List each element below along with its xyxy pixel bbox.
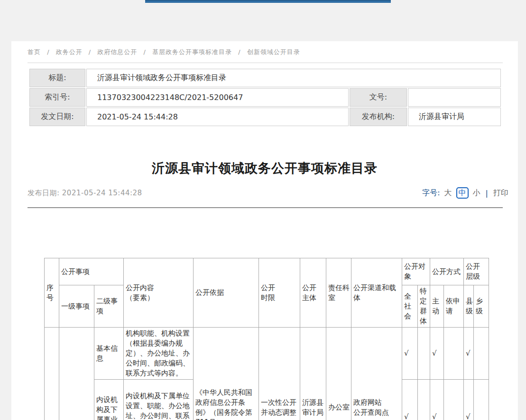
font-large-button[interactable]: 大 [444,188,452,198]
th-public-basis: 公开依据 [194,258,259,328]
breadcrumb: 首页 / 政务公开 / 政府信息公开 / 基层政务公开事项标准目录 / 创新领域… [28,48,300,56]
page-title: 沂源县审计领域政务公开事项标准目录 [11,160,518,177]
title-divider [28,207,503,208]
content-panel: 首页 / 政务公开 / 政府信息公开 / 基层政务公开事项标准目录 / 创新领域… [11,41,518,420]
breadcrumb-home[interactable]: 首页 [28,48,41,55]
th-first-level-matter: 一级事项 [59,285,94,328]
breadcrumb-zfxxgk[interactable]: 政府信息公开 [97,48,137,55]
check-township-level [474,380,489,420]
th-public-time-limit: 公开 时限 [259,258,300,328]
meta-row-date: 发文日期: 2021-05-24 15:44:28 发布机构: 沂源县审计局 [29,108,501,126]
check-upon-request [444,380,464,420]
cell-content: 内设机构及下属单位 设置、职能、办公地 址、办公时间、联系 方式、负责人姓名等 [124,380,194,420]
th-public-level: 公开 层级 [464,258,489,285]
meta-date-value: 2021-05-24 15:44:28 [86,108,349,126]
cell-basis: 《中华人民共和国 政府信息公开条 例》（国务院令第 711号） [194,328,259,420]
th-whole-society: 全社 会 [402,285,418,328]
cell-content: 机构职能、机构设置 （根据县委编办规 定）、办公地址、办 公时间、邮政编码、 联… [124,328,194,380]
catalog-header-row-1: 序 号 公开事项 公开内容 （要素） 公开依据 公开 时限 公开 主体 责任科 … [45,258,489,285]
th-serial-number: 序 号 [45,258,59,328]
cell-first-level [59,328,94,420]
check-whole-society: √ [402,380,418,420]
th-public-target: 公开对 象 [402,258,430,285]
meta-row-index: 索引号: 11370323004223148C/2021-5200647 文号: [29,88,501,107]
check-county-level: √ [464,380,474,420]
breadcrumb-separator: / [89,48,91,55]
print-button[interactable]: 打印 [493,188,508,198]
th-upon-request: 依申 请 [444,285,464,328]
breadcrumb-zwgk[interactable]: 政务公开 [56,48,83,55]
cell-subject: 沂源县 审计局 [300,328,326,420]
breadcrumb-divider [28,63,503,63]
th-proactive: 主 动 [430,285,444,328]
cell-second-level: 内设机 构及下 属事业 [94,380,124,420]
check-proactive: √ [430,328,444,380]
th-township-level: 乡 级 [474,285,489,328]
meta-title-value: 沂源县审计领域政务公开事项标准目录 [86,69,501,87]
meta-date-label: 发文日期: [29,108,85,126]
check-specific-groups [418,380,430,420]
font-size-controls: 字号: 大 中 小 | 打印 [422,187,508,199]
cell-serial [45,328,59,420]
check-upon-request [444,328,464,380]
cell-time-limit: 一次性公开 并动态调整 [259,328,300,420]
th-second-level-matter: 二级事 项 [94,285,124,328]
cell-section: 办公室 [326,328,351,420]
th-public-content: 公开内容 （要素） [124,258,194,328]
th-channels-carriers: 公开渠道和载 体 [351,258,402,328]
publish-date: 发布日期: 2021-05-24 15:44:28 [28,189,142,198]
meta-docno-value [408,88,501,107]
cell-second-level: 基本信 息 [94,328,124,380]
meta-agency-value: 沂源县审计局 [408,108,501,126]
breadcrumb-separator: / [47,48,49,55]
document-meta-table: 标题: 沂源县审计领域政务公开事项标准目录 索引号: 1137032300422… [28,68,502,127]
meta-index-label: 索引号: [29,88,85,107]
check-whole-society: √ [402,328,418,380]
check-proactive: √ [430,380,444,420]
th-public-method: 公开方式 [430,258,464,285]
meta-title-label: 标题: [29,69,85,87]
check-township-level [474,328,489,380]
check-specific-groups [418,328,430,380]
th-public-matters: 公开事项 [59,258,124,285]
meta-agency-label: 发布机构: [350,108,407,126]
font-medium-button[interactable]: 中 [456,187,469,199]
breadcrumb-current[interactable]: 创新领域公开目录 [247,48,300,55]
divider-bar: | [486,189,488,198]
font-small-button[interactable]: 小 [473,188,480,198]
breadcrumb-separator: / [238,48,240,55]
meta-index-value: 11370323004223148C/2021-5200647 [86,88,349,107]
meta-row-title: 标题: 沂源县审计领域政务公开事项标准目录 [29,69,501,87]
cell-channels: 政府网站 公开查阅点 [351,328,402,420]
check-county-level: √ [464,328,474,380]
meta-docno-label: 文号: [350,88,407,107]
th-responsible-section: 责任科 室 [326,258,351,328]
breadcrumb-jczwgk[interactable]: 基层政务公开事项标准目录 [152,48,232,55]
th-public-subject: 公开 主体 [300,258,326,328]
publish-row: 发布日期: 2021-05-24 15:44:28 字号: 大 中 小 | 打印 [28,187,508,199]
top-nav-bar-fragment [145,0,391,3]
breadcrumb-separator: / [143,48,146,55]
th-county-level: 县 级 [464,285,474,328]
font-size-label: 字号: [422,188,440,198]
th-specific-groups: 特 定 群 体 [418,285,430,328]
catalog-table: 序 号 公开事项 公开内容 （要素） 公开依据 公开 时限 公开 主体 责任科 … [44,258,489,420]
table-row: 基本信 息 机构职能、机构设置 （根据县委编办规 定）、办公地址、办 公时间、邮… [45,328,489,380]
